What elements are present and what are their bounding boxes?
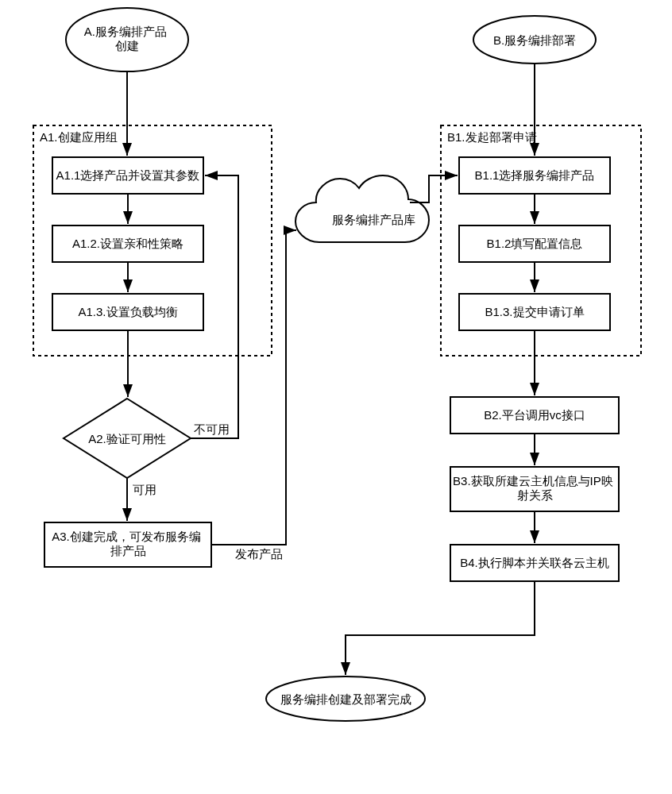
node-b13-label: B1.3.提交申请订单 (485, 305, 584, 318)
node-a13-label: A1.3.设置负载均衡 (78, 305, 177, 318)
label-unavailable: 不可用 (194, 422, 230, 436)
group-b1-label: B1.发起部署申请 (447, 130, 537, 144)
edge-b4-to-end (346, 581, 535, 675)
label-available: 可用 (133, 483, 156, 496)
label-publish: 发布产品 (235, 547, 283, 561)
node-b11-label: B1.1选择服务编排产品 (475, 168, 595, 182)
group-a1-label: A1.创建应用组 (40, 130, 118, 144)
node-a12-label: A1.2.设置亲和性策略 (72, 237, 183, 250)
edge-cloud-to-b11 (410, 175, 458, 202)
node-b4-label: B4.执行脚本并关联各云主机 (460, 556, 609, 569)
node-end-label: 服务编排创建及部署完成 (280, 692, 411, 706)
flowchart: A.服务编排产品 创建 B.服务编排部署 A1.创建应用组 A1.1选择产品并设… (0, 0, 672, 794)
node-b12-label: B1.2填写配置信息 (487, 237, 583, 250)
node-b-start-label: B.服务编排部署 (493, 33, 576, 47)
node-cloud-label: 服务编排产品库 (332, 213, 415, 226)
node-a11-label: A1.1选择产品并设置其参数 (56, 168, 200, 182)
node-a2-label: A2.验证可用性 (88, 432, 166, 445)
node-cloud (295, 175, 429, 242)
node-b2-label: B2.平台调用vc接口 (484, 408, 585, 422)
edge-a3-to-cloud (211, 230, 296, 545)
